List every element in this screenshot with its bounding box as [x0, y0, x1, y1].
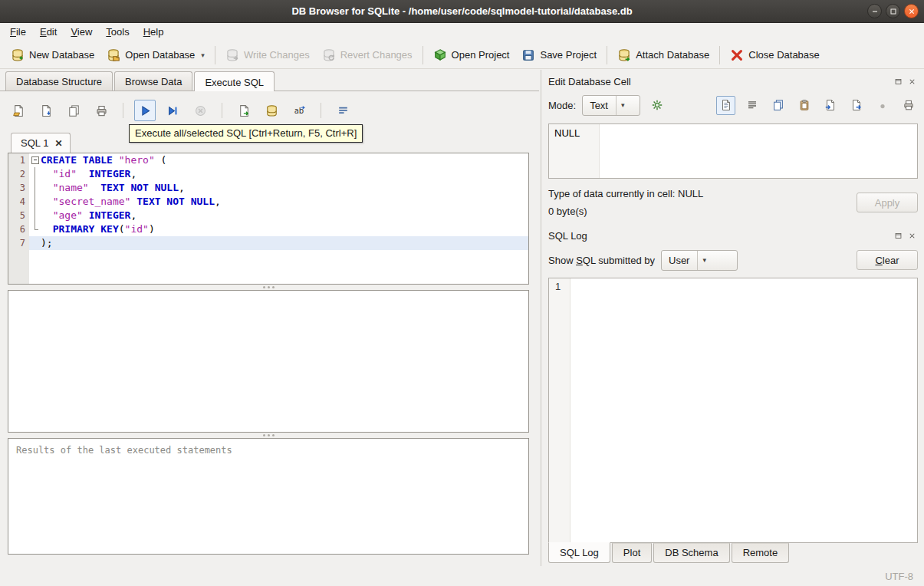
splitter-handle[interactable]: [8, 285, 529, 290]
dock-tab-remote[interactable]: Remote: [732, 543, 790, 563]
edit-cell-title: Edit Database Cell: [548, 76, 890, 87]
float-dock-button[interactable]: [893, 76, 904, 87]
left-pane: Database StructureBrowse DataExecute SQL…: [0, 70, 539, 566]
stop-icon: [194, 104, 207, 117]
close-icon: [908, 77, 916, 86]
line-number: 2: [8, 167, 29, 181]
float-dock-button[interactable]: [893, 230, 904, 242]
sql-log-body[interactable]: [571, 278, 917, 542]
svg-text:ab: ab: [294, 107, 304, 115]
close-tab-icon[interactable]: ✕: [54, 138, 62, 149]
line-number: 5: [8, 209, 29, 222]
fold-marker-icon[interactable]: [29, 153, 41, 167]
tab-database-structure[interactable]: Database Structure: [5, 71, 113, 91]
close-database-button[interactable]: Close Database: [724, 45, 826, 65]
close-button[interactable]: [904, 4, 919, 18]
mode-label: Mode:: [548, 100, 576, 111]
export-button[interactable]: [847, 96, 866, 115]
print-cell-button[interactable]: [899, 96, 918, 115]
splitter-handle[interactable]: [8, 433, 529, 438]
format-sql-button[interactable]: [332, 100, 353, 121]
filter-label: Show SQL submitted by: [548, 255, 655, 266]
sql-log-gutter: 1: [549, 278, 571, 542]
stop-button[interactable]: [189, 100, 211, 121]
import-button[interactable]: [820, 96, 840, 115]
sql-editor[interactable]: 1234567 CREATE TABLE "hero" ( "id" INTEG…: [8, 153, 529, 285]
maximize-icon: [889, 7, 898, 16]
clear-button[interactable]: Clear: [857, 250, 918, 270]
attach-database-button[interactable]: Attach Database: [611, 45, 715, 65]
print-button[interactable]: [90, 100, 112, 121]
find-replace-button[interactable]: ab: [288, 100, 310, 121]
results-grid[interactable]: [8, 290, 529, 433]
menu-item-view[interactable]: View: [64, 23, 99, 41]
export-results-button[interactable]: [233, 100, 255, 121]
dock-tab-plot[interactable]: Plot: [612, 543, 652, 563]
sql-file-tab[interactable]: SQL 1 ✕: [11, 133, 71, 153]
write-changes-button[interactable]: Write Changes: [219, 45, 316, 65]
save-sql-file-button[interactable]: [35, 100, 57, 121]
menu-item-help[interactable]: Help: [136, 23, 171, 41]
tab-execute-sql[interactable]: Execute SQL: [194, 71, 275, 91]
toolbar-separator: [215, 46, 215, 64]
dock-tab-db-schema[interactable]: DB Schema: [653, 543, 729, 563]
editor-line-1[interactable]: CREATE TABLE "hero" (: [29, 153, 528, 167]
submitted-by-combo[interactable]: User ▾: [661, 250, 738, 271]
menu-item-file[interactable]: File: [3, 23, 33, 41]
open-database-label: Open Database: [125, 49, 195, 61]
menu-item-tools[interactable]: Tools: [99, 23, 136, 41]
fold-marker-icon: [29, 209, 41, 222]
open-sql-file-button[interactable]: [8, 100, 29, 121]
window-title: DB Browser for SQLite - /home/user/code/…: [291, 5, 632, 17]
maximize-button[interactable]: [886, 4, 900, 18]
results-message-pane: Results of the last executed statements: [8, 438, 529, 555]
apply-button[interactable]: Apply: [857, 193, 918, 212]
execute-current-line-button[interactable]: [162, 100, 183, 121]
open-project-button[interactable]: Open Project: [427, 45, 516, 65]
revert-changes-button[interactable]: Revert Changes: [316, 45, 419, 65]
copy-button[interactable]: [768, 96, 788, 115]
editor-line-6[interactable]: PRIMARY KEY("id"): [29, 222, 528, 236]
sql-file-tab-label: SQL 1: [21, 137, 48, 149]
new-database-button[interactable]: New Database: [5, 45, 100, 65]
editor-line-3[interactable]: "name" TEXT NOT NULL,: [29, 181, 528, 195]
line-number: 3: [8, 181, 29, 195]
sql-log-title: SQL Log: [548, 230, 890, 242]
paste-button[interactable]: [794, 96, 814, 115]
fold-marker-icon: [29, 167, 41, 181]
cell-editor[interactable]: NULL: [548, 123, 918, 179]
save-as-view-button[interactable]: [261, 100, 282, 121]
execute-all-button[interactable]: [134, 100, 156, 121]
rtl-mode-button[interactable]: [742, 96, 761, 115]
titlebar[interactable]: DB Browser for SQLite - /home/user/code/…: [0, 0, 924, 23]
close-dock-button[interactable]: [906, 76, 918, 87]
sql-log-area[interactable]: 1: [548, 278, 918, 543]
close-dock-button[interactable]: [906, 230, 918, 242]
write-changes-icon: [225, 48, 239, 62]
text-mode-button[interactable]: [716, 96, 735, 115]
save-project-button[interactable]: Save Project: [515, 45, 603, 65]
find-replace-icon: ab: [293, 104, 306, 117]
dock-tab-sql-log[interactable]: SQL Log: [548, 542, 610, 563]
editor-line-2[interactable]: "id" INTEGER,: [29, 167, 528, 181]
align-lines-icon: [746, 99, 758, 111]
save-sql-as-button[interactable]: [63, 100, 84, 121]
editor-code[interactable]: CREATE TABLE "hero" ( "id" INTEGER, "nam…: [29, 153, 528, 284]
minimize-button[interactable]: [867, 4, 882, 18]
mode-combo[interactable]: Text ▾: [582, 95, 640, 116]
set-null-button[interactable]: [873, 96, 892, 115]
attach-database-label: Attach Database: [636, 49, 709, 61]
sql-log-dock-header: SQL Log: [548, 228, 918, 244]
menu-item-edit[interactable]: Edit: [33, 23, 64, 41]
open-database-button[interactable]: Open Database▾: [100, 45, 211, 65]
auto-switch-mode-button[interactable]: [647, 96, 666, 115]
editor-line-7[interactable]: );: [29, 236, 528, 250]
submitted-by-value: User: [669, 255, 697, 266]
dropdown-caret-icon[interactable]: ▾: [201, 51, 205, 59]
tab-browse-data[interactable]: Browse Data: [114, 71, 192, 91]
editor-line-5[interactable]: "age" INTEGER,: [29, 209, 528, 222]
cell-toolbar: [716, 96, 918, 115]
editor-line-4[interactable]: "secret_name" TEXT NOT NULL,: [29, 195, 528, 209]
window-buttons: [867, 4, 919, 18]
tooltip: Execute all/selected SQL [Ctrl+Return, F…: [129, 124, 363, 143]
